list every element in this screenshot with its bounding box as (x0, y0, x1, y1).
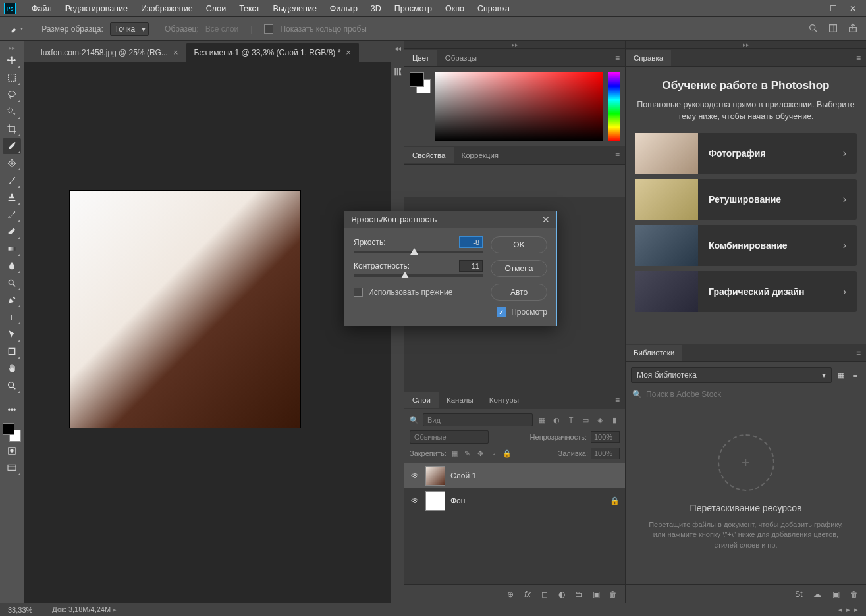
adjustments-tab[interactable]: Коррекция (454, 147, 507, 163)
zoom-tool[interactable] (3, 378, 21, 394)
menu-filter[interactable]: Фильтр (323, 4, 364, 13)
document-tab[interactable]: luxfon.com-21458.jpg @ 25% (RG...× (33, 43, 186, 62)
panel-menu-icon[interactable]: ≡ (610, 396, 625, 405)
maximize-button[interactable]: ☐ (824, 2, 842, 15)
filter-toggle[interactable]: ▮ (609, 415, 620, 425)
contrast-slider[interactable] (354, 274, 483, 277)
help-card-photography[interactable]: Фотография› (635, 133, 857, 174)
delete-layer-icon[interactable]: 🗑 (608, 590, 618, 599)
active-tool-icon[interactable]: ▾ (7, 21, 26, 37)
blend-mode-select[interactable]: Обычные (410, 430, 489, 444)
libraries-tab[interactable]: Библиотеки (626, 345, 682, 361)
screenmode-tool[interactable] (3, 460, 21, 476)
lock-artboard-icon[interactable]: ▫ (489, 448, 499, 459)
lock-brush-icon[interactable]: ✎ (462, 448, 473, 459)
add-icon[interactable]: ▣ (830, 590, 841, 599)
contrast-input[interactable] (459, 260, 483, 272)
layer-group-icon[interactable]: 🗀 (574, 590, 584, 599)
doc-info-menu[interactable]: ▸ (113, 605, 117, 613)
type-tool[interactable]: T (3, 309, 21, 325)
panel-menu-icon[interactable]: ≡ (610, 151, 625, 160)
move-tool[interactable] (3, 53, 21, 68)
menu-file[interactable]: Файл (25, 4, 59, 13)
link-layers-icon[interactable]: ⊕ (505, 590, 516, 599)
color-panel-swatches[interactable] (410, 72, 429, 141)
panel-menu-icon[interactable]: ≡ (851, 348, 866, 357)
hand-tool[interactable] (3, 361, 21, 376)
filter-shape-icon[interactable]: ▭ (580, 415, 591, 425)
quick-select-tool[interactable] (3, 104, 21, 120)
stock-icon[interactable]: St (794, 590, 804, 599)
search-icon[interactable] (808, 23, 820, 35)
brightness-slider[interactable] (354, 251, 483, 253)
hue-slider[interactable] (608, 72, 620, 141)
cancel-button[interactable]: Отмена (491, 260, 547, 277)
library-select[interactable]: Моя библиотека▾ (631, 367, 832, 383)
minimize-button[interactable]: ─ (804, 2, 823, 15)
timeline-next-icon[interactable]: ▸ (854, 605, 858, 614)
paths-tab[interactable]: Контуры (481, 392, 527, 408)
grid-view-icon[interactable]: ▦ (836, 370, 846, 380)
layer-name[interactable]: Слой 1 (450, 471, 476, 480)
lock-pixels-icon[interactable]: ▦ (449, 448, 460, 459)
dodge-tool[interactable] (3, 275, 21, 291)
panel-menu-icon[interactable]: ≡ (851, 53, 866, 63)
help-card-compositing[interactable]: Комбинирование› (635, 225, 857, 266)
use-legacy-checkbox[interactable] (354, 288, 363, 297)
gradient-tool[interactable] (3, 241, 21, 257)
layer-name[interactable]: Фон (450, 496, 465, 505)
history-brush-tool[interactable] (3, 207, 21, 222)
swatches-tab[interactable]: Образцы (437, 50, 485, 66)
menu-view[interactable]: Просмотр (388, 4, 439, 13)
library-dropzone[interactable]: + Перетаскивание ресурсов Перетащите фай… (631, 405, 861, 579)
help-card-retouch[interactable]: Ретуширование› (635, 179, 857, 220)
cloud-icon[interactable]: ☁ (812, 590, 823, 599)
filter-type-icon[interactable]: T (566, 415, 576, 425)
healing-tool[interactable] (3, 155, 21, 171)
help-tab[interactable]: Справка (626, 50, 671, 66)
eyedropper-tool[interactable] (3, 138, 21, 154)
list-view-icon[interactable]: ≡ (850, 370, 861, 380)
timeline-play-icon[interactable]: ▸ (846, 605, 850, 614)
pen-tool[interactable] (3, 292, 21, 308)
layer-filter-select[interactable]: Вид (423, 413, 533, 426)
menu-layers[interactable]: Слои (200, 4, 232, 13)
auto-button[interactable]: Авто (491, 284, 547, 301)
visibility-toggle[interactable]: 👁 (410, 471, 420, 480)
preview-checkbox[interactable]: ✓ (497, 307, 506, 317)
ok-button[interactable]: OK (491, 236, 547, 253)
foreground-swatch[interactable] (3, 423, 14, 435)
visibility-toggle[interactable]: 👁 (410, 496, 420, 505)
new-layer-icon[interactable]: ▣ (591, 590, 601, 599)
brush-tool[interactable] (3, 172, 21, 188)
close-button[interactable]: ✕ (844, 2, 862, 15)
help-card-design[interactable]: Графический дизайн› (635, 271, 857, 312)
canvas[interactable] (24, 62, 391, 603)
share-icon[interactable] (848, 23, 859, 35)
marquee-tool[interactable] (3, 70, 21, 86)
filter-smart-icon[interactable]: ◈ (595, 415, 605, 425)
lasso-tool[interactable] (3, 87, 21, 103)
color-tab[interactable]: Цвет (404, 50, 437, 66)
layer-mask-icon[interactable]: ◻ (539, 590, 550, 599)
filter-adjust-icon[interactable]: ◐ (551, 415, 562, 425)
history-panel-icon[interactable] (389, 64, 407, 80)
color-field[interactable] (435, 72, 603, 141)
crop-tool[interactable] (3, 121, 21, 137)
path-select-tool[interactable] (3, 326, 21, 342)
stamp-tool[interactable] (3, 190, 21, 205)
channels-tab[interactable]: Каналы (439, 392, 481, 408)
close-tab-icon[interactable]: × (346, 47, 351, 57)
layer-thumbnail[interactable] (425, 466, 445, 486)
workspace-icon[interactable] (828, 23, 840, 35)
close-tab-icon[interactable]: × (173, 47, 178, 57)
filter-pixel-icon[interactable]: ▦ (537, 415, 547, 425)
menu-select[interactable]: Выделение (267, 4, 323, 13)
sample-size-select[interactable]: Точка ▾ (110, 22, 149, 36)
menu-help[interactable]: Справка (471, 4, 516, 13)
toolbar-collapse[interactable]: ▸▸ (9, 45, 15, 51)
expand-strip[interactable]: ◂◂ (394, 45, 401, 52)
menu-image[interactable]: Изображение (134, 4, 200, 13)
document-tab[interactable]: Без имени-1 @ 33,3% (Слой 1, RGB/8) *× (186, 43, 359, 62)
brightness-input[interactable] (459, 236, 483, 248)
